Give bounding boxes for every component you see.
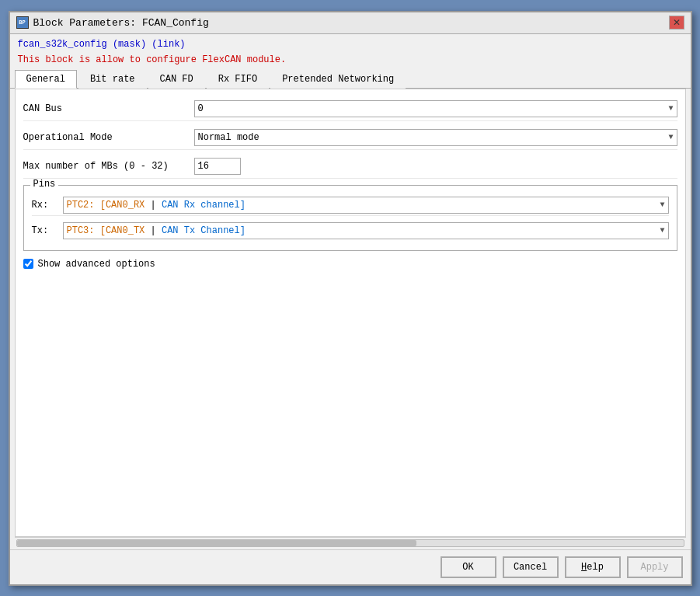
can-bus-row: CAN Bus 0 ▼ <box>23 97 677 121</box>
help-button[interactable]: Help <box>565 556 621 578</box>
footer: OK Cancel Help Apply <box>10 549 691 584</box>
max-mbs-input[interactable] <box>194 158 241 175</box>
rx-dropdown[interactable]: PTC2: [CAN0_RX | CAN Rx channel] ▼ <box>63 197 669 214</box>
can-bus-dropdown-arrow: ▼ <box>668 104 673 113</box>
rx-value-sep: | <box>145 200 162 211</box>
title-bar-left: BP Block Parameters: FCAN_Config <box>16 16 209 29</box>
tx-value: PTC3: [CAN0_TX | CAN Tx Channel] <box>67 225 246 236</box>
max-mbs-label: Max number of MBs (0 - 32) <box>23 161 194 172</box>
can-bus-value: 0 <box>198 103 204 114</box>
operational-mode-control: Normal mode ▼ <box>194 129 677 146</box>
dialog-body: fcan_s32k_config (mask) (link) This bloc… <box>10 34 691 584</box>
dialog-title: Block Parameters: FCAN_Config <box>33 17 209 29</box>
title-bar: BP Block Parameters: FCAN_Config ✕ <box>10 12 691 34</box>
rx-row: Rx: PTC2: [CAN0_RX | CAN Rx channel] ▼ <box>32 195 669 216</box>
can-bus-dropdown[interactable]: 0 ▼ <box>194 100 677 117</box>
dialog-icon: BP <box>16 16 29 29</box>
tab-bit-rate[interactable]: Bit rate <box>78 70 147 89</box>
show-advanced-row: Show advanced options <box>23 259 677 270</box>
apply-button[interactable]: Apply <box>627 556 683 578</box>
content-area: CAN Bus 0 ▼ Operational Mode Normal mode… <box>15 89 686 537</box>
tab-pretended-networking[interactable]: Pretended Networking <box>270 70 406 89</box>
max-mbs-control <box>194 158 677 175</box>
block-parameters-dialog: BP Block Parameters: FCAN_Config ✕ fcan_… <box>9 11 692 586</box>
subtitle-text: fcan_s32k_config (mask) (link) <box>10 34 691 53</box>
tx-value-part1: PTC3: [CAN0_TX <box>67 225 145 236</box>
ok-label: OK <box>462 562 473 573</box>
can-bus-control: 0 ▼ <box>194 100 677 117</box>
operational-mode-arrow: ▼ <box>668 133 673 141</box>
tx-dropdown[interactable]: PTC3: [CAN0_TX | CAN Tx Channel] ▼ <box>63 222 669 239</box>
horizontal-scrollbar[interactable] <box>15 537 686 549</box>
close-button[interactable]: ✕ <box>669 16 684 30</box>
apply-label: Apply <box>640 562 668 573</box>
show-advanced-checkbox[interactable] <box>23 259 33 269</box>
rx-dropdown-arrow: ▼ <box>660 200 664 209</box>
scrollbar-track[interactable] <box>16 539 684 547</box>
tx-value-part2: CAN Tx Channel] <box>162 225 246 236</box>
operational-mode-row: Operational Mode Normal mode ▼ <box>23 126 677 150</box>
description-text: This block is allow to configure FlexCAN… <box>10 53 691 70</box>
cancel-button[interactable]: Cancel <box>503 556 559 578</box>
tx-value-sep: | <box>145 225 162 236</box>
rx-value-part1: PTC2: [CAN0_RX <box>67 200 145 211</box>
scrollbar-thumb <box>17 540 417 546</box>
help-label: Help <box>581 562 604 573</box>
ok-button[interactable]: OK <box>441 556 496 578</box>
tab-can-fd[interactable]: CAN FD <box>148 70 205 89</box>
show-advanced-label[interactable]: Show advanced options <box>38 259 155 270</box>
tabs-bar: General Bit rate CAN FD Rx FIFO Pretende… <box>10 70 691 89</box>
pins-group: Pins Rx: PTC2: [CAN0_RX | CAN Rx channel… <box>23 185 677 251</box>
operational-mode-dropdown[interactable]: Normal mode ▼ <box>194 129 677 146</box>
can-bus-label: CAN Bus <box>23 103 194 114</box>
rx-label: Rx: <box>32 200 63 211</box>
rx-value: PTC2: [CAN0_RX | CAN Rx channel] <box>67 200 246 211</box>
tab-general[interactable]: General <box>15 70 77 89</box>
tx-label: Tx: <box>32 225 63 236</box>
max-mbs-row: Max number of MBs (0 - 32) <box>23 155 677 179</box>
tab-rx-fifo[interactable]: Rx FIFO <box>207 70 269 89</box>
rx-value-part2: CAN Rx channel] <box>162 200 246 211</box>
cancel-label: Cancel <box>514 562 547 573</box>
pins-legend: Pins <box>30 179 59 190</box>
operational-mode-value: Normal mode <box>198 132 259 143</box>
tx-row: Tx: PTC3: [CAN0_TX | CAN Tx Channel] ▼ <box>32 221 669 241</box>
tx-dropdown-arrow: ▼ <box>660 226 664 235</box>
operational-mode-label: Operational Mode <box>23 132 194 143</box>
